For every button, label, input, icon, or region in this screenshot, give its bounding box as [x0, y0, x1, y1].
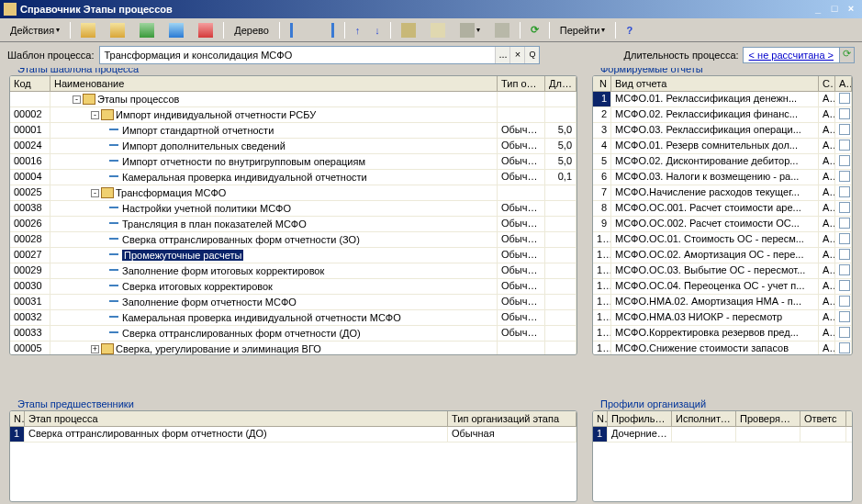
- checkbox[interactable]: [839, 140, 850, 151]
- column-button[interactable]: [488, 20, 516, 40]
- table-row[interactable]: 00033Сверка оттранслированных форм отчет…: [10, 326, 577, 342]
- table-row[interactable]: 00029Заполнение форм итоговых корректиро…: [10, 263, 577, 279]
- table-row[interactable]: 00031Заполнение форм отчетности МСФООбыч…: [10, 295, 577, 310]
- table-row[interactable]: 10МСФО.ОС.01. Стоимость ОС - пересм...А.…: [593, 232, 852, 248]
- checkbox[interactable]: [839, 155, 850, 166]
- table-row[interactable]: 00038Настройки учетной политики МСФООбыч…: [10, 201, 577, 217]
- checkbox[interactable]: [839, 327, 850, 338]
- maximize-button[interactable]: □: [827, 3, 842, 16]
- table-row[interactable]: 11МСФО.ОС.02. Амортизация ОС - пере...А.…: [593, 248, 852, 263]
- table-row[interactable]: 4МСФО.01. Резерв сомнительных дол...А...: [593, 139, 852, 154]
- table-row[interactable]: -Этапы процессов: [10, 92, 577, 107]
- refresh-button[interactable]: ⟳: [524, 21, 545, 39]
- indent-left-button[interactable]: [284, 20, 311, 40]
- table-row[interactable]: 17МСФО.Снижение стоимости запасовА...: [593, 342, 852, 355]
- edit-button[interactable]: [162, 20, 190, 40]
- etapy-grid[interactable]: Код Наименование Тип орг... Дли... -Этап…: [9, 75, 577, 355]
- table-row[interactable]: 15МСФО.НМА.03 НИОКР - пересмотрА...: [593, 310, 852, 326]
- duration-value[interactable]: < не рассчитана >: [743, 47, 840, 63]
- table-row[interactable]: 8МСФО.ОС.001. Расчет стоимости аре...А..…: [593, 201, 852, 217]
- org-label: Профили организаций: [598, 398, 709, 409]
- filter-button[interactable]: [395, 20, 422, 40]
- checkbox[interactable]: [839, 124, 850, 135]
- duration-block: Длительность процесса: < не рассчитана >…: [624, 47, 855, 63]
- table-row[interactable]: 00027Промежуточные расчетыОбычная: [10, 248, 577, 263]
- move-up-button[interactable]: ↑: [349, 22, 367, 39]
- checkbox[interactable]: [839, 202, 850, 213]
- checkbox[interactable]: [839, 249, 850, 260]
- table-row[interactable]: 00002-Импорт индивидуальной отчетности Р…: [10, 107, 577, 123]
- go-button[interactable]: Перейти▾: [554, 22, 612, 39]
- leaf-icon: [109, 129, 118, 132]
- table-row[interactable]: 7МСФО.Начисление расходов текущег...А...: [593, 185, 852, 201]
- table-row[interactable]: 00005+Сверка, урегулирование и элиминаци…: [10, 342, 577, 355]
- table-row[interactable]: 9МСФО.ОС.002. Расчет стоимости ОС...А...: [593, 217, 852, 232]
- checkbox[interactable]: [839, 342, 850, 353]
- table-row[interactable]: 14МСФО.НМА.02. Амортизация НМА - п...А..…: [593, 295, 852, 310]
- checkbox[interactable]: [839, 280, 850, 291]
- checkbox[interactable]: [839, 311, 850, 322]
- table-row[interactable]: 1МСФО.01. Реклассификация денежн...А...: [593, 92, 852, 107]
- clear-filter-button[interactable]: [424, 20, 452, 40]
- table-row[interactable]: 00032Камеральная проверка индивидуальной…: [10, 310, 577, 326]
- add-button[interactable]: [74, 20, 102, 40]
- table-row[interactable]: 3МСФО.03. Реклассификация операци...А...: [593, 123, 852, 139]
- tree-toggle[interactable]: -: [91, 111, 99, 119]
- toolbar: Действия▾ Дерево ↑ ↓ ▾ ⟳ Перейти▾ ?: [0, 18, 862, 42]
- table-row[interactable]: 12МСФО.ОС.03. Выбытие ОС - пересмот...А.…: [593, 263, 852, 279]
- pred-grid[interactable]: N Этап процесса Тип организаций этапа 1С…: [9, 410, 577, 502]
- table-row[interactable]: 1Сверка оттранслированных форм отчетност…: [10, 427, 577, 442]
- checkbox[interactable]: [839, 108, 850, 119]
- help-button[interactable]: ?: [620, 22, 639, 39]
- actions-menu[interactable]: Действия▾: [4, 22, 66, 39]
- table-row[interactable]: 00024Импорт дополнительных сведенийОбычн…: [10, 139, 577, 154]
- tree-button[interactable]: Дерево: [228, 22, 275, 39]
- table-row[interactable]: 16МСФО.Корректировка резервов пред...А..…: [593, 326, 852, 342]
- tree-toggle[interactable]: -: [91, 189, 99, 197]
- table-row[interactable]: 13МСФО.ОС.04. Переоценка ОС - учет п...А…: [593, 279, 852, 295]
- checkbox[interactable]: [839, 171, 850, 182]
- indent-right-button[interactable]: [313, 20, 341, 40]
- settings-button[interactable]: ▾: [453, 20, 487, 40]
- leaf-icon: [109, 331, 118, 335]
- template-field[interactable]: ... × Q: [99, 46, 540, 64]
- checkbox[interactable]: [839, 264, 850, 275]
- table-row[interactable]: 00001Импорт стандартной отчетностиОбычна…: [10, 123, 577, 139]
- checkbox[interactable]: [839, 186, 850, 197]
- titlebar: Справочник Этапы процессов _ □ ×: [0, 0, 862, 18]
- table-row[interactable]: 00016Импорт отчетности по внутригрупповы…: [10, 154, 577, 170]
- table-row[interactable]: 5МСФО.02. Дисконтирование дебитор...А...: [593, 154, 852, 170]
- org-grid[interactable]: N Профиль ор... Исполнител... Проверяющ.…: [592, 410, 853, 502]
- minimize-button[interactable]: _: [811, 3, 825, 16]
- checkbox[interactable]: [839, 296, 850, 307]
- table-row[interactable]: 00026Трансляция в план показателей МСФОО…: [10, 217, 577, 232]
- close-button[interactable]: ×: [844, 3, 858, 16]
- folder-icon: [101, 343, 114, 354]
- checkbox[interactable]: [839, 218, 850, 229]
- table-row[interactable]: 00025-Трансформация МСФО: [10, 185, 577, 201]
- table-row[interactable]: 00030Сверка итоговых корректировокОбычна…: [10, 279, 577, 295]
- template-open-button[interactable]: Q: [524, 47, 539, 63]
- add-folder-button[interactable]: [104, 20, 131, 40]
- duration-refresh-button[interactable]: ⟳: [840, 47, 855, 63]
- copy-button[interactable]: [133, 20, 161, 40]
- template-clear-button[interactable]: ×: [509, 47, 524, 63]
- checkbox[interactable]: [839, 93, 850, 104]
- move-down-button[interactable]: ↓: [368, 22, 386, 39]
- leaf-icon: [109, 238, 118, 241]
- table-row[interactable]: 00004Камеральная проверка индивидуальной…: [10, 170, 577, 185]
- checkbox[interactable]: [839, 233, 850, 244]
- leaf-icon: [109, 253, 118, 257]
- tree-toggle[interactable]: -: [73, 95, 81, 104]
- tree-toggle[interactable]: +: [91, 345, 99, 353]
- template-input[interactable]: [100, 47, 495, 63]
- table-row[interactable]: 1Дочерние к...: [593, 427, 852, 442]
- table-row[interactable]: 00028Сверка оттранслированных форм отчет…: [10, 232, 577, 248]
- delete-button[interactable]: [192, 20, 219, 40]
- folder-icon: [101, 109, 114, 120]
- reports-grid[interactable]: N Вид отчета С... А... 1МСФО.01. Рекласс…: [592, 75, 853, 355]
- template-row: Шаблон процесса: ... × Q Длительность пр…: [0, 42, 862, 68]
- template-select-button[interactable]: ...: [495, 47, 509, 63]
- table-row[interactable]: 6МСФО.03. Налоги к возмещению - ра...А..…: [593, 170, 852, 185]
- table-row[interactable]: 2МСФО.02. Реклассификация финанс...А...: [593, 107, 852, 123]
